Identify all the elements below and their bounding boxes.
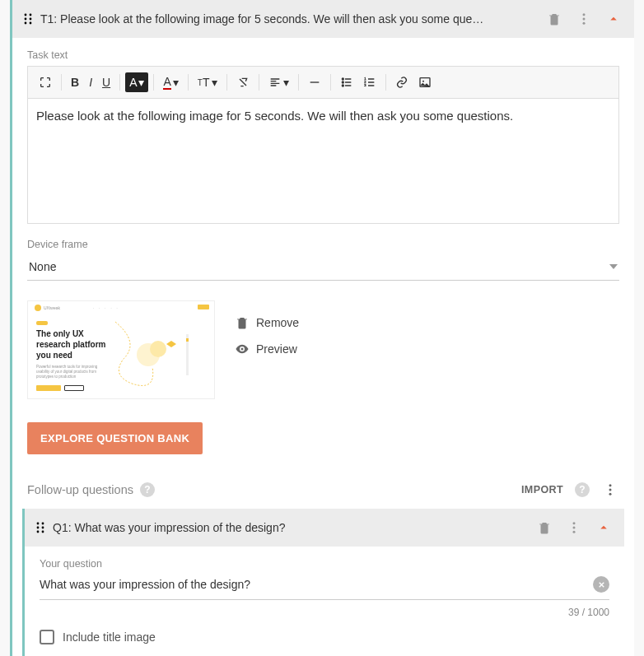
decorative-swirl-icon: [107, 318, 206, 392]
numbered-list-button[interactable]: 123: [359, 72, 380, 92]
char-count: 39 / 1000: [40, 607, 609, 618]
drag-handle-icon[interactable]: [24, 13, 32, 25]
collapse-question-button[interactable]: [595, 519, 613, 537]
italic-button[interactable]: I: [85, 72, 96, 92]
editor-toolbar: B I U A▾ A▾ TT▾ ▾ 123: [27, 66, 619, 99]
text-color-button[interactable]: A▾: [159, 72, 182, 93]
svg-point-32: [573, 527, 576, 529]
hr-button[interactable]: [304, 72, 325, 92]
svg-point-4: [25, 22, 27, 25]
task-panel: T1: Please look at the following image f…: [10, 0, 634, 656]
svg-point-26: [42, 523, 44, 525]
followup-bar: Follow-up questions ? IMPORT ?: [12, 469, 634, 509]
svg-marker-19: [166, 341, 176, 347]
svg-point-18: [150, 341, 166, 357]
svg-point-8: [583, 22, 586, 25]
image-button[interactable]: [414, 72, 436, 92]
svg-point-28: [42, 527, 44, 529]
svg-text:3: 3: [364, 83, 366, 87]
svg-point-2: [25, 18, 27, 21]
image-thumbnail[interactable]: UXtweak ····· The only UXresearch platfo…: [27, 300, 215, 399]
clear-format-button[interactable]: [232, 72, 254, 92]
delete-task-button[interactable]: [545, 10, 563, 28]
help-icon[interactable]: ?: [140, 482, 155, 497]
task-more-menu-button[interactable]: [575, 10, 593, 28]
include-title-image-checkbox[interactable]: [40, 630, 54, 644]
underline-button[interactable]: U: [98, 72, 114, 92]
bullet-list-button[interactable]: [336, 72, 357, 92]
followup-more-menu-button[interactable]: [601, 481, 619, 499]
task-text-editor[interactable]: Please look at the following image for 5…: [27, 99, 619, 224]
question-title: Q1: What was your impression of the desi…: [53, 521, 527, 534]
collapse-task-button[interactable]: [604, 10, 623, 28]
svg-point-0: [25, 14, 27, 16]
clear-input-button[interactable]: [593, 576, 609, 593]
text-size-button[interactable]: TT▾: [194, 72, 222, 92]
task-panel-body: Task text B I U A▾ A▾ TT▾ ▾: [12, 38, 634, 469]
dropdown-caret-icon: [609, 264, 618, 269]
remove-image-button[interactable]: Remove: [235, 315, 299, 330]
question-text-input[interactable]: [40, 575, 593, 594]
svg-point-16: [422, 81, 424, 82]
bold-button[interactable]: B: [67, 72, 83, 92]
fullscreen-button[interactable]: [35, 72, 56, 92]
followup-label: Follow-up questions: [27, 483, 133, 496]
thumb-title-3: you need: [36, 351, 72, 360]
svg-point-23: [609, 489, 612, 491]
question-header: Q1: What was your impression of the desi…: [25, 509, 624, 547]
svg-point-11: [342, 85, 343, 86]
svg-point-3: [30, 18, 32, 21]
svg-point-6: [583, 13, 586, 16]
svg-rect-21: [186, 338, 189, 342]
task-panel-header: T1: Please look at the following image f…: [12, 0, 634, 38]
include-title-image-label: Include title image: [63, 630, 156, 644]
svg-point-31: [573, 522, 576, 524]
svg-point-30: [42, 531, 44, 533]
drag-handle-icon[interactable]: [36, 522, 44, 533]
preview-image-button[interactable]: Preview: [235, 342, 299, 356]
remove-label: Remove: [256, 316, 299, 329]
svg-point-9: [342, 78, 343, 80]
thumb-title-1: The only UX: [36, 329, 84, 338]
device-frame-value: None: [29, 260, 56, 273]
import-help-icon[interactable]: ?: [575, 482, 590, 497]
svg-point-7: [583, 18, 586, 21]
highlight-color-button[interactable]: A▾: [125, 72, 148, 92]
delete-question-button[interactable]: [535, 519, 553, 537]
svg-point-27: [37, 527, 40, 529]
svg-point-1: [30, 14, 32, 16]
your-question-label: Your question: [40, 558, 609, 570]
svg-point-22: [609, 484, 612, 486]
preview-label: Preview: [256, 342, 297, 356]
question-more-menu-button[interactable]: [565, 519, 583, 537]
svg-point-10: [342, 81, 343, 83]
device-frame-label: Device frame: [27, 239, 619, 250]
question-panel: Q1: What was your impression of the desi…: [22, 509, 624, 656]
thumb-title-2: research platform: [36, 340, 105, 349]
thumb-subtitle: Powerful research tools for improving us…: [36, 365, 110, 379]
svg-point-5: [30, 22, 32, 25]
svg-point-33: [573, 531, 576, 533]
device-frame-select[interactable]: None: [27, 255, 619, 281]
align-button[interactable]: ▾: [264, 72, 293, 92]
import-button[interactable]: IMPORT: [521, 484, 563, 495]
explore-question-bank-button[interactable]: EXPLORE QUESTION BANK: [27, 422, 203, 454]
svg-point-25: [37, 523, 40, 525]
thumb-logo-text: UXtweak: [44, 305, 60, 310]
link-button[interactable]: [391, 72, 413, 92]
svg-point-29: [37, 531, 40, 533]
svg-point-24: [609, 493, 612, 495]
task-title: T1: Please look at the following image f…: [40, 12, 537, 26]
task-text-label: Task text: [27, 49, 619, 61]
